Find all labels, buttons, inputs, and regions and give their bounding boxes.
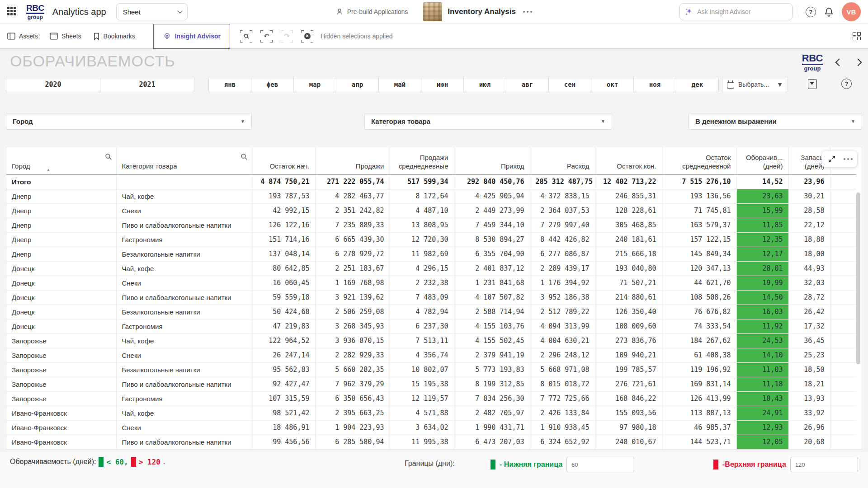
- search-icon[interactable]: [105, 153, 112, 160]
- month-button-9[interactable]: сен: [548, 77, 591, 92]
- sheet-selector[interactable]: Sheet: [116, 3, 188, 20]
- cell-city[interactable]: Днепр: [6, 232, 116, 247]
- column-header-category[interactable]: Категория товара: [116, 147, 252, 174]
- cell-category[interactable]: Чай, кофе: [116, 406, 252, 420]
- insight-advisor-search[interactable]: [679, 3, 793, 20]
- cell-city[interactable]: Запорожье: [6, 348, 116, 362]
- column-header-avg-daily-sales[interactable]: Продажи среднедневные: [390, 147, 454, 174]
- column-header-closing-stock[interactable]: Остаток кон.: [595, 147, 662, 174]
- cell-city[interactable]: Донецк: [6, 290, 116, 305]
- month-button-3[interactable]: мар: [293, 77, 336, 92]
- insight-advisor-tab[interactable]: Insight Advisor: [153, 24, 230, 49]
- app-launcher-icon[interactable]: [7, 7, 17, 17]
- next-sheet-chevron[interactable]: [854, 59, 862, 66]
- sheet-help-icon[interactable]: ?: [841, 79, 852, 89]
- cell-city[interactable]: Запорожье: [6, 377, 116, 391]
- cell-city[interactable]: Донецк: [6, 305, 116, 319]
- ask-insight-input[interactable]: [697, 8, 788, 15]
- cell-category[interactable]: Чай, кофе: [116, 189, 252, 203]
- cell-city[interactable]: Днепр: [6, 247, 116, 261]
- cell-city[interactable]: Днепр: [6, 218, 116, 232]
- cell-city[interactable]: Ивано-Франковск: [6, 435, 116, 449]
- upper-bound-input[interactable]: [790, 457, 858, 472]
- column-header-sales[interactable]: Продажи: [315, 147, 390, 174]
- selections-tool-icon[interactable]: [807, 78, 818, 90]
- year-button-2021[interactable]: 2021: [100, 77, 194, 92]
- help-icon[interactable]: ?: [806, 7, 816, 17]
- month-button-1[interactable]: янв: [209, 77, 251, 92]
- app-thumbnail[interactable]: [423, 2, 442, 21]
- month-button-2[interactable]: фев: [251, 77, 293, 92]
- cell-value: 3 634,02: [390, 420, 454, 435]
- cell-category[interactable]: Пиво и слабоалкогольные напитки: [116, 218, 252, 232]
- category-filter[interactable]: Категория товара▼: [364, 113, 612, 130]
- month-button-10[interactable]: окт: [591, 77, 633, 92]
- prebuild-applications-link[interactable]: Pre-build Applications: [335, 7, 408, 16]
- month-button-4[interactable]: апр: [336, 77, 378, 92]
- cell-category[interactable]: Снеки: [116, 348, 252, 362]
- cell-category[interactable]: Снеки: [116, 276, 252, 290]
- cell-category[interactable]: Снеки: [116, 420, 252, 435]
- column-header-opening-stock[interactable]: Остаток нач.: [252, 147, 315, 174]
- month-button-7[interactable]: июл: [463, 77, 506, 92]
- cell-value: 151 714,16: [252, 232, 315, 247]
- cell-city[interactable]: Ивано-Франковск: [6, 406, 116, 420]
- redo-selection-icon[interactable]: ↷: [281, 30, 293, 42]
- cell-category[interactable]: Пиво и слабоалкогольные напитки: [116, 435, 252, 449]
- cell-category[interactable]: Гастрономия: [116, 319, 252, 333]
- sparkles-icon: [684, 7, 693, 17]
- cell-city[interactable]: Запорожье: [6, 362, 116, 377]
- cell-category[interactable]: Чай, кофе: [116, 261, 252, 276]
- year-button-2020[interactable]: 2020: [6, 77, 100, 92]
- column-header-avg-daily-stock[interactable]: Остаток среднедневной: [662, 147, 736, 174]
- cell-city[interactable]: Запорожье: [6, 391, 116, 406]
- assets-button[interactable]: Assets: [7, 33, 38, 40]
- cell-category[interactable]: Гастрономия: [116, 391, 252, 406]
- month-button-11[interactable]: ноя: [633, 77, 676, 92]
- table-more-menu-icon[interactable]: [844, 158, 853, 160]
- measure-mode-filter[interactable]: В денежном выражении▼: [689, 113, 862, 130]
- column-header-outflow[interactable]: Расход: [530, 147, 595, 174]
- lower-bound-input[interactable]: [566, 457, 634, 472]
- bookmarks-button[interactable]: Bookmarks: [93, 33, 135, 40]
- clear-selections-icon[interactable]: ×: [301, 30, 313, 42]
- search-icon[interactable]: [241, 153, 248, 160]
- expand-icon[interactable]: [826, 154, 837, 164]
- month-button-12[interactable]: дек: [676, 77, 718, 92]
- sheet-grid-icon[interactable]: [853, 32, 861, 41]
- cell-city[interactable]: Днепр: [6, 189, 116, 203]
- cell-city[interactable]: Донецк: [6, 319, 116, 333]
- cell-category[interactable]: Снеки: [116, 203, 252, 218]
- column-header-turnover-days[interactable]: Оборачив... (дней): [736, 147, 788, 174]
- cell-city[interactable]: Запорожье: [6, 333, 116, 348]
- undo-selection-icon[interactable]: ↶: [260, 30, 273, 42]
- cell-category[interactable]: Гастрономия: [116, 232, 252, 247]
- cell-category[interactable]: Пиво и слабоалкогольные напитки: [116, 290, 252, 305]
- notifications-bell-icon[interactable]: [823, 6, 835, 18]
- cell-value: 7 962 379,29: [315, 377, 390, 391]
- cell-value: 2 401 837,12: [454, 261, 530, 276]
- cell-category[interactable]: Безалкогольные напитки: [116, 362, 252, 377]
- more-menu-icon[interactable]: [523, 11, 532, 13]
- cell-city[interactable]: Донецк: [6, 276, 116, 290]
- sheets-button[interactable]: Sheets: [50, 33, 81, 40]
- user-avatar[interactable]: VB: [842, 2, 861, 21]
- cell-value: 144 523,71: [662, 435, 736, 449]
- column-header-inflow[interactable]: Приход: [454, 147, 530, 174]
- cell-category[interactable]: Безалкогольные напитки: [116, 305, 252, 319]
- vertical-scrollbar-thumb[interactable]: [856, 192, 860, 364]
- cell-category[interactable]: Пиво и слабоалкогольные напитки: [116, 377, 252, 391]
- city-filter[interactable]: Город▼: [6, 113, 252, 130]
- previous-sheet-chevron[interactable]: [835, 59, 843, 66]
- cell-category[interactable]: Безалкогольные напитки: [116, 247, 252, 261]
- date-picker[interactable]: Выбрать... ▼: [722, 77, 788, 92]
- cell-city[interactable]: Ивано-Франковск: [6, 420, 116, 435]
- month-button-5[interactable]: май: [378, 77, 421, 92]
- month-button-6[interactable]: июн: [421, 77, 463, 92]
- cell-city[interactable]: Днепр: [6, 203, 116, 218]
- month-button-8[interactable]: авг: [506, 77, 548, 92]
- cell-category[interactable]: Чай, кофе: [116, 333, 252, 348]
- column-header-city[interactable]: Город ▲: [6, 147, 116, 174]
- cell-city[interactable]: Донецк: [6, 261, 116, 276]
- smart-search-selections-icon[interactable]: [240, 30, 252, 42]
